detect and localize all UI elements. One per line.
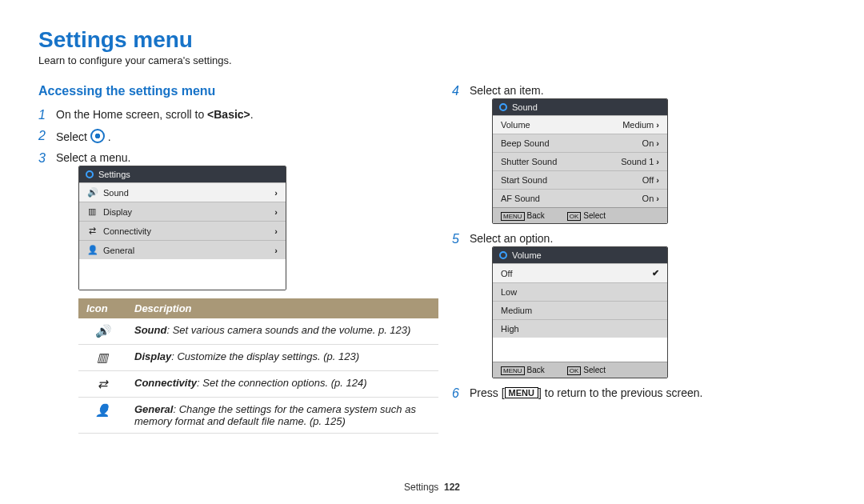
table-row: ⇄Connectivity: Set the connection option… bbox=[78, 371, 438, 398]
step-1: On the Home screen, scroll to <Basic>. bbox=[38, 108, 412, 121]
step-4: Select an item. Sound VolumeMedium ›Beep… bbox=[452, 84, 826, 224]
chevron-right-icon: › bbox=[274, 188, 278, 198]
display-icon: ▥ bbox=[78, 345, 126, 371]
step-2: Select . bbox=[38, 129, 412, 143]
step-5: Select an option. Volume Off✔LowMediumHi… bbox=[452, 232, 826, 378]
step-3: Select a menu. Settings 🔊Sound›▥Display›… bbox=[38, 151, 412, 434]
lens-icon bbox=[86, 170, 94, 178]
connectivity-icon: ⇄ bbox=[87, 226, 97, 236]
option-row[interactable]: High bbox=[493, 319, 667, 338]
menu-row[interactable]: 👤General› bbox=[79, 240, 286, 259]
sound-item-screen: Sound VolumeMedium ›Beep SoundOn ›Shutte… bbox=[492, 98, 668, 224]
menu-row[interactable]: 🔊Sound› bbox=[79, 182, 286, 202]
gear-icon bbox=[90, 129, 105, 143]
screen-header: Settings bbox=[98, 170, 130, 179]
page-title: Settings menu bbox=[38, 27, 826, 53]
menu-row[interactable]: ▥Display› bbox=[79, 202, 286, 221]
display-icon: ▥ bbox=[87, 206, 97, 217]
lens-icon bbox=[499, 251, 507, 259]
th-desc: Description bbox=[126, 298, 438, 318]
table-row: 👤General: Change the settings for the ca… bbox=[78, 398, 438, 434]
volume-option-screen: Volume Off✔LowMediumHigh MENUBack OKSele… bbox=[492, 246, 668, 378]
table-row: ▥Display: Customize the display settings… bbox=[78, 345, 438, 371]
item-row[interactable]: Start SoundOff › bbox=[493, 170, 667, 189]
table-row: 🔊Sound: Set various camera sounds and th… bbox=[78, 318, 438, 345]
item-row[interactable]: Beep SoundOn › bbox=[493, 134, 667, 152]
section-heading: Accessing the settings menu bbox=[38, 84, 412, 98]
item-row[interactable]: AF SoundOn › bbox=[493, 189, 667, 207]
chevron-right-icon: › bbox=[656, 175, 659, 185]
settings-menu-screen: Settings 🔊Sound›▥Display›⇄Connectivity›👤… bbox=[78, 166, 286, 290]
connectivity-icon: ⇄ bbox=[78, 371, 126, 398]
left-column: Accessing the settings menu On the Home … bbox=[38, 84, 412, 442]
menu-key-icon: MENU bbox=[505, 387, 538, 398]
item-row[interactable]: Shutter SoundSound 1 › bbox=[493, 152, 667, 170]
chevron-right-icon: › bbox=[274, 207, 278, 217]
option-row[interactable]: Medium bbox=[493, 301, 667, 319]
icon-description-table: Icon Description 🔊Sound: Set various cam… bbox=[78, 298, 438, 434]
page-footer: Settings 122 bbox=[0, 482, 864, 493]
option-row[interactable]: Off✔ bbox=[493, 263, 667, 282]
lens-icon bbox=[499, 103, 507, 111]
screen-header: Volume bbox=[512, 250, 542, 260]
chevron-right-icon: › bbox=[656, 157, 659, 166]
sound-icon: 🔊 bbox=[78, 318, 126, 345]
sound-icon: 🔊 bbox=[87, 187, 97, 198]
th-icon: Icon bbox=[78, 298, 126, 318]
step-6: Press [MENU] to return to the previous s… bbox=[452, 386, 826, 399]
chevron-right-icon: › bbox=[274, 226, 278, 236]
screen-header: Sound bbox=[512, 102, 538, 112]
intro-text: Learn to configure your camera's setting… bbox=[38, 54, 826, 66]
menu-row[interactable]: ⇄Connectivity› bbox=[79, 221, 286, 240]
general-icon: 👤 bbox=[78, 398, 126, 434]
chevron-right-icon: › bbox=[656, 138, 659, 148]
item-row[interactable]: VolumeMedium › bbox=[493, 115, 667, 134]
right-column: Select an item. Sound VolumeMedium ›Beep… bbox=[452, 84, 826, 442]
chevron-right-icon: › bbox=[274, 246, 278, 255]
chevron-right-icon: › bbox=[656, 120, 659, 130]
chevron-right-icon: › bbox=[656, 194, 659, 203]
general-icon: 👤 bbox=[87, 245, 97, 255]
check-icon: ✔ bbox=[652, 268, 659, 278]
option-row[interactable]: Low bbox=[493, 282, 667, 301]
